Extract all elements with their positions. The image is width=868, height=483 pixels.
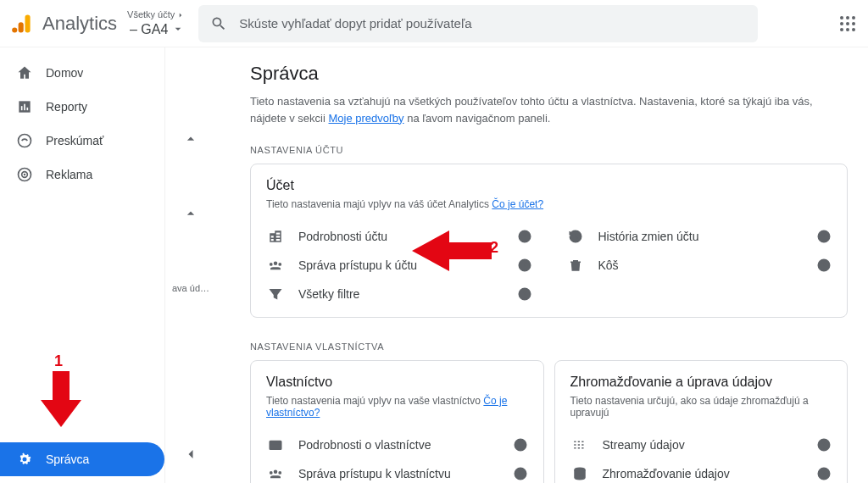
card-icon <box>266 437 285 452</box>
page-description: Tieto nastavenia sa vzťahujú na všetkých… <box>250 93 848 126</box>
property-card-title: Vlastníctvo <box>266 375 528 390</box>
setting-label: Streamy údajov <box>603 438 804 452</box>
advertising-icon <box>15 165 34 184</box>
nav-reports[interactable]: Reporty <box>0 90 164 124</box>
svg-point-9 <box>840 28 843 31</box>
streams-icon <box>570 437 589 452</box>
svg-rect-1 <box>19 22 24 32</box>
setting-label: Podrobnosti o vlastníctve <box>298 438 499 452</box>
database-icon <box>570 466 589 481</box>
what-is-account-link[interactable]: Čo je účet? <box>492 198 543 210</box>
filter-icon <box>266 286 285 302</box>
top-bar: Analytics Všetky účty – GA4 <box>0 0 868 47</box>
svg-point-6 <box>840 22 843 25</box>
annotation-arrow-1 <box>37 363 85 430</box>
annotation-arrow-2 <box>407 225 492 276</box>
svg-point-2 <box>12 27 17 32</box>
help-icon[interactable] <box>816 466 832 481</box>
property-details-row[interactable]: Podrobnosti o vlastníctve <box>266 430 528 459</box>
account-card: Účet Tieto nastavenia majú vplyv na váš … <box>250 164 848 318</box>
setting-label: Zhromažďovanie údajov <box>603 467 804 480</box>
property-card: Vlastníctvo Tieto nastavenia majú vplyv … <box>250 360 544 483</box>
building-icon <box>266 229 285 244</box>
my-preferences-link[interactable]: Moje predvoľby <box>329 112 404 125</box>
svg-point-11 <box>852 28 855 31</box>
all-accounts-label: Všetky účty <box>127 9 185 20</box>
setting-label: Všetky filtre <box>298 287 504 301</box>
all-filters-row[interactable]: Všetky filtre <box>266 280 532 308</box>
property-section-label: NASTAVENIA VLASTNÍCTVA <box>250 341 848 352</box>
property-access-row[interactable]: Správa prístupu k vlastníctvu <box>266 459 528 483</box>
setting-label: Správa prístupu k vlastníctvu <box>298 467 499 480</box>
data-streams-row[interactable]: Streamy údajov <box>570 430 832 459</box>
search-input[interactable] <box>239 16 746 31</box>
subnav-back[interactable] <box>181 444 201 464</box>
account-switcher[interactable]: Všetky účty – GA4 <box>127 9 185 36</box>
account-section-label: NASTAVENIA ÚČTU <box>250 145 848 155</box>
subnav-collapse-2[interactable] <box>181 203 201 224</box>
search-icon <box>210 15 227 32</box>
nav-home[interactable]: Domov <box>0 56 164 90</box>
help-icon[interactable] <box>513 466 528 481</box>
trash-row[interactable]: Kôš <box>566 251 832 280</box>
analytics-logo-icon <box>10 12 34 36</box>
data-collection-row[interactable]: Zhromažďovanie údajov <box>570 459 832 483</box>
explore-icon <box>15 131 34 150</box>
gear-icon <box>15 450 34 469</box>
account-change-history-row[interactable]: História zmien účtu <box>566 222 832 251</box>
nav-home-label: Domov <box>46 66 83 80</box>
nav-admin-label: Správca <box>46 452 89 466</box>
trash-icon <box>566 258 585 273</box>
help-icon[interactable] <box>517 229 532 244</box>
history-icon <box>566 229 585 244</box>
people-icon <box>266 466 285 481</box>
svg-point-18 <box>24 174 26 176</box>
account-card-desc: Tieto nastavenia majú vplyv na váš účet … <box>266 198 832 210</box>
svg-rect-13 <box>24 104 25 111</box>
logo[interactable]: Analytics <box>10 12 117 36</box>
nav-reports-label: Reporty <box>46 100 87 114</box>
content: Správca Tieto nastavenia sa vzťahujú na … <box>165 47 868 483</box>
help-icon[interactable] <box>517 258 532 273</box>
nav-advertising-label: Reklama <box>46 168 92 181</box>
svg-point-3 <box>840 16 843 19</box>
svg-rect-24 <box>270 441 281 450</box>
nav-advertising[interactable]: Reklama <box>0 158 164 192</box>
search-box[interactable] <box>198 5 758 42</box>
setting-label: Kôš <box>598 258 804 272</box>
svg-point-4 <box>846 16 849 19</box>
setting-label: História zmien účtu <box>598 230 804 243</box>
svg-point-5 <box>852 16 855 19</box>
svg-point-15 <box>19 135 31 147</box>
help-icon[interactable] <box>816 229 832 244</box>
apps-icon[interactable] <box>837 14 858 34</box>
help-icon[interactable] <box>816 437 832 452</box>
people-icon <box>266 258 285 273</box>
current-account-label: – GA4 <box>130 21 185 37</box>
svg-rect-0 <box>25 14 31 32</box>
svg-rect-14 <box>27 108 29 110</box>
nav-admin[interactable]: Správca <box>0 442 164 476</box>
account-card-title: Účet <box>266 178 832 193</box>
svg-rect-12 <box>21 106 23 110</box>
data-collection-card: Zhromažďovanie a úprava údajov Tieto nas… <box>554 360 849 483</box>
brand-name: Analytics <box>42 13 117 35</box>
help-icon[interactable] <box>513 437 528 452</box>
svg-point-8 <box>852 22 855 25</box>
data-collection-card-desc: Tieto nastavenia určujú, ako sa údaje zh… <box>570 395 832 419</box>
help-icon[interactable] <box>517 286 532 302</box>
annotation-label-2: 2 <box>490 239 498 257</box>
reports-icon <box>15 97 34 116</box>
data-collection-card-title: Zhromažďovanie a úprava údajov <box>570 375 832 390</box>
subnav-collapse-1[interactable] <box>181 129 201 149</box>
home-icon <box>15 64 34 82</box>
page-title: Správca <box>250 63 848 85</box>
property-card-desc: Tieto nastavenia majú vplyv na vaše vlas… <box>266 395 528 419</box>
nav-explore-label: Preskúmať <box>46 134 103 147</box>
admin-subnav: ava úd… <box>165 47 216 483</box>
annotation-label-1: 1 <box>54 353 63 370</box>
subnav-item-truncated[interactable]: ava úd… <box>181 278 201 298</box>
nav-explore[interactable]: Preskúmať <box>0 124 164 158</box>
svg-point-7 <box>846 22 849 25</box>
help-icon[interactable] <box>816 258 832 273</box>
